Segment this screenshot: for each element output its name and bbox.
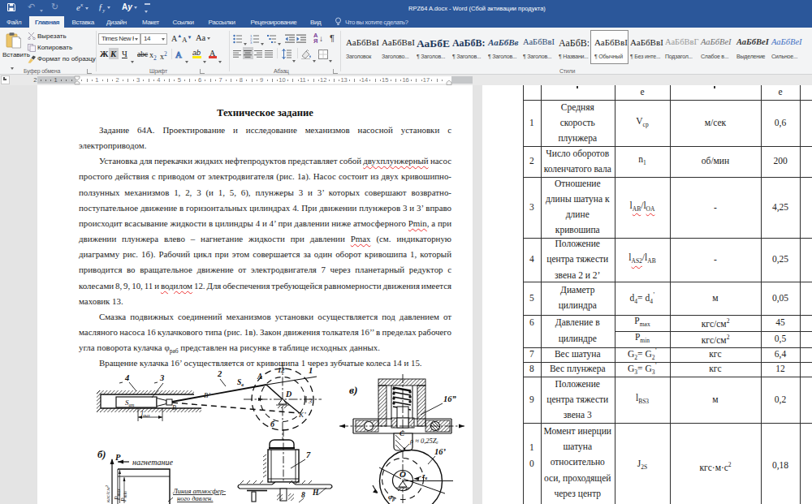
svg-text:В: В	[172, 404, 176, 411]
svg-text:φр: φр	[388, 493, 395, 502]
svg-text:О: О	[400, 469, 406, 479]
svg-text:кгс/см²: кгс/см²	[105, 485, 111, 502]
svg-text:2: 2	[217, 369, 222, 378]
svg-text:D: D	[285, 390, 292, 398]
svg-text:1: 1	[309, 366, 313, 375]
svg-text:12: 12	[278, 366, 285, 374]
svg-text:3: 3	[250, 41, 253, 44]
svg-text:б: б	[270, 420, 275, 429]
svg-text:3: 3	[308, 397, 312, 405]
svg-text:ρ ≈ 0,25Zₑ: ρ ≈ 0,25Zₑ	[409, 437, 438, 445]
svg-text:4: 4	[124, 373, 129, 382]
svg-text:в): в)	[349, 384, 358, 396]
svg-text:7: 7	[306, 450, 311, 459]
svg-text:16’: 16’	[434, 447, 447, 456]
svg-text:С: С	[400, 429, 405, 437]
svg-text:8: 8	[301, 491, 305, 499]
svg-text:3: 3	[159, 373, 164, 382]
svg-text:б): б)	[97, 449, 106, 460]
svg-text:Р: Р	[115, 453, 121, 462]
svg-text:В’: В’	[204, 391, 210, 399]
svg-text:нагнетание: нагнетание	[132, 458, 173, 467]
svg-text:ного давлен.: ного давлен.	[177, 494, 213, 502]
svg-text:16”: 16”	[443, 394, 457, 403]
svg-text:Н: Н	[312, 489, 319, 497]
svg-text:Sв: Sв	[237, 378, 244, 387]
svg-text:Рmin: Рmin	[120, 491, 127, 502]
svg-text:zв: zв	[421, 472, 428, 480]
svg-text:К’: К’	[298, 411, 306, 419]
